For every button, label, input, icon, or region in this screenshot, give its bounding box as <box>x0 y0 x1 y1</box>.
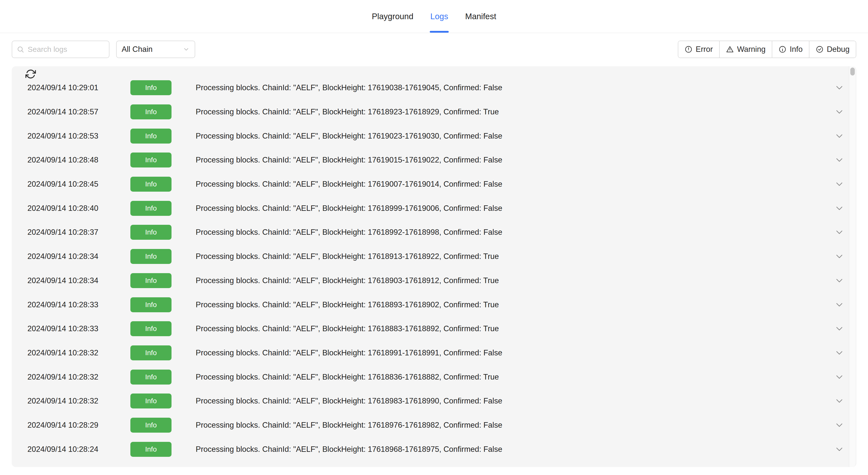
log-message: Processing blocks. ChainId: "AELF", Bloc… <box>196 348 835 357</box>
log-timestamp: 2024/09/14 10:28:32 <box>27 373 130 382</box>
log-level-badge: Info <box>130 153 172 167</box>
log-row[interactable]: 2024/09/14 10:28:45 Info Processing bloc… <box>12 172 849 196</box>
debug-check-circle-icon <box>816 45 824 53</box>
log-timestamp: 2024/09/14 10:28:57 <box>27 107 130 116</box>
log-message: Processing blocks. ChainId: "AELF", Bloc… <box>196 204 835 213</box>
log-message: Processing blocks. ChainId: "AELF", Bloc… <box>196 180 835 189</box>
log-row[interactable]: 2024/09/14 10:28:33 Info Processing bloc… <box>12 292 849 317</box>
chevron-down-icon[interactable] <box>835 228 844 237</box>
chevron-down-icon[interactable] <box>835 276 844 285</box>
log-message: Processing blocks. ChainId: "AELF", Bloc… <box>196 228 835 237</box>
chevron-down-icon[interactable] <box>835 300 844 309</box>
chevron-down-icon[interactable] <box>835 107 844 116</box>
log-timestamp: 2024/09/14 10:28:32 <box>27 397 130 406</box>
log-level-badge: Info <box>130 104 172 119</box>
log-timestamp: 2024/09/14 10:28:29 <box>27 421 130 430</box>
log-message: Processing blocks. ChainId: "AELF", Bloc… <box>196 252 835 261</box>
chevron-down-icon[interactable] <box>835 204 844 213</box>
log-level-badge: Info <box>130 393 172 408</box>
top-tab-bar: Playground Logs Manifest <box>0 0 868 33</box>
log-level-badge: Info <box>130 345 172 360</box>
tab-playground[interactable]: Playground <box>371 0 414 33</box>
search-input[interactable] <box>28 45 104 54</box>
log-message: Processing blocks. ChainId: "AELF", Bloc… <box>196 300 835 309</box>
filter-info-button[interactable]: Info <box>772 41 809 58</box>
log-row[interactable]: 2024/09/14 10:28:40 Info Processing bloc… <box>12 196 849 220</box>
log-timestamp: 2024/09/14 10:28:40 <box>27 204 130 213</box>
log-level-badge: Info <box>130 418 172 433</box>
chevron-down-icon[interactable] <box>835 132 844 140</box>
filter-warning-button[interactable]: Warning <box>719 41 772 58</box>
log-level-filter-group: Error Warning Info <box>678 41 856 58</box>
log-timestamp: 2024/09/14 10:28:32 <box>27 348 130 357</box>
log-level-badge: Info <box>130 225 172 240</box>
log-row[interactable]: 2024/09/14 10:28:37 Info Processing bloc… <box>12 220 849 245</box>
log-timestamp: 2024/09/14 10:28:37 <box>27 228 130 237</box>
log-level-badge: Info <box>130 177 172 192</box>
chevron-down-icon[interactable] <box>835 421 844 430</box>
chevron-down-icon[interactable] <box>835 252 844 261</box>
warning-triangle-icon <box>726 45 734 53</box>
log-timestamp: 2024/09/14 10:28:53 <box>27 132 130 140</box>
chevron-down-icon[interactable] <box>835 180 844 189</box>
log-message: Processing blocks. ChainId: "AELF", Bloc… <box>196 421 835 430</box>
log-level-badge: Info <box>130 201 172 216</box>
chevron-down-icon[interactable] <box>835 445 844 454</box>
log-message: Processing blocks. ChainId: "AELF", Bloc… <box>196 445 835 454</box>
chevron-down-icon[interactable] <box>835 373 844 382</box>
log-row[interactable]: 2024/09/14 10:28:32 Info Processing bloc… <box>12 365 849 389</box>
log-row[interactable]: 2024/09/14 10:29:01 Info Processing bloc… <box>12 76 849 100</box>
log-level-badge: Info <box>130 297 172 312</box>
chevron-down-icon[interactable] <box>835 324 844 333</box>
chevron-down-icon[interactable] <box>835 397 844 406</box>
filter-debug-button[interactable]: Debug <box>809 41 856 58</box>
log-timestamp: 2024/09/14 10:28:34 <box>27 252 130 261</box>
search-box[interactable] <box>12 41 110 58</box>
filter-error-button[interactable]: Error <box>678 41 719 58</box>
scrollbar-thumb[interactable] <box>850 67 855 75</box>
log-timestamp: 2024/09/14 10:28:33 <box>27 324 130 333</box>
log-row[interactable]: 2024/09/14 10:28:57 Info Processing bloc… <box>12 100 849 124</box>
log-level-badge: Info <box>130 442 172 457</box>
log-row[interactable]: 2024/09/14 10:28:29 Info Processing bloc… <box>12 413 849 437</box>
log-level-badge: Info <box>130 273 172 288</box>
error-circle-icon <box>685 45 692 53</box>
scrollbar[interactable] <box>849 66 856 467</box>
log-level-badge: Info <box>130 249 172 264</box>
log-timestamp: 2024/09/14 10:29:01 <box>27 83 130 92</box>
log-row[interactable]: 2024/09/14 10:28:34 Info Processing bloc… <box>12 245 849 268</box>
chain-select-value: All Chain <box>122 45 153 54</box>
log-timestamp: 2024/09/14 10:28:34 <box>27 276 130 285</box>
log-message: Processing blocks. ChainId: "AELF", Bloc… <box>196 373 835 382</box>
log-message: Processing blocks. ChainId: "AELF", Bloc… <box>196 397 835 406</box>
logs-toolbar: All Chain Error <box>12 41 856 58</box>
log-row[interactable]: 2024/09/14 10:28:24 Info Processing bloc… <box>12 437 849 461</box>
log-level-badge: Info <box>130 321 172 336</box>
chevron-down-icon[interactable] <box>835 348 844 357</box>
chevron-down-icon[interactable] <box>835 83 844 92</box>
log-message: Processing blocks. ChainId: "AELF", Bloc… <box>196 276 835 285</box>
log-list: 2024/09/14 10:29:01 Info Processing bloc… <box>12 76 849 467</box>
tab-manifest[interactable]: Manifest <box>465 0 497 33</box>
log-row[interactable]: 2024/09/14 10:28:53 Info Processing bloc… <box>12 124 849 148</box>
log-row[interactable]: 2024/09/14 10:28:32 Info Processing bloc… <box>12 341 849 365</box>
search-icon <box>17 45 24 53</box>
log-row[interactable]: 2024/09/14 10:28:48 Info Processing bloc… <box>12 148 849 172</box>
log-timestamp: 2024/09/14 10:28:33 <box>27 300 130 309</box>
log-message: Processing blocks. ChainId: "AELF", Bloc… <box>196 132 835 140</box>
log-row[interactable]: 2024/09/14 10:28:32 Info Processing bloc… <box>12 389 849 413</box>
log-level-badge: Info <box>130 370 172 384</box>
log-timestamp: 2024/09/14 10:28:45 <box>27 180 130 189</box>
log-message: Processing blocks. ChainId: "AELF", Bloc… <box>196 324 835 333</box>
log-panel: 2024/09/14 10:29:01 Info Processing bloc… <box>12 66 856 467</box>
chain-select[interactable]: All Chain <box>116 41 195 58</box>
tab-logs[interactable]: Logs <box>430 0 449 33</box>
chevron-down-icon <box>183 46 190 53</box>
log-row[interactable]: 2024/09/14 10:28:34 Info Processing bloc… <box>12 268 849 293</box>
log-message: Processing blocks. ChainId: "AELF", Bloc… <box>196 107 835 116</box>
chevron-down-icon[interactable] <box>835 156 844 164</box>
log-timestamp: 2024/09/14 10:28:24 <box>27 445 130 454</box>
log-timestamp: 2024/09/14 10:28:48 <box>27 156 130 164</box>
log-row[interactable]: 2024/09/14 10:28:33 Info Processing bloc… <box>12 317 849 341</box>
log-message: Processing blocks. ChainId: "AELF", Bloc… <box>196 156 835 164</box>
